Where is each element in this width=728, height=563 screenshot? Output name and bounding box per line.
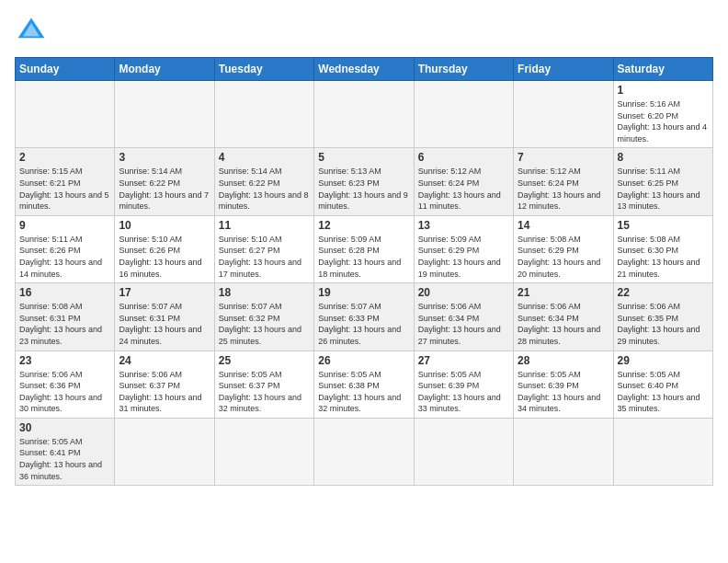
calendar-cell [414,81,513,148]
weekday-header-row: SundayMondayTuesdayWednesdayThursdayFrid… [16,58,713,81]
day-number: 15 [618,219,709,232]
calendar-cell: 23Sunrise: 5:06 AMSunset: 6:36 PMDayligh… [16,350,115,418]
day-number: 9 [19,219,110,232]
day-number: 4 [219,151,310,164]
day-number: 6 [418,151,509,164]
day-info: Sunrise: 5:10 AMSunset: 6:27 PMDaylight:… [219,234,310,280]
calendar-cell [414,418,513,485]
calendar-week-row: 30Sunrise: 5:05 AMSunset: 6:41 PMDayligh… [16,418,713,485]
calendar-cell: 5Sunrise: 5:13 AMSunset: 6:23 PMDaylight… [314,148,414,215]
day-number: 3 [119,151,210,164]
day-number: 2 [19,151,110,164]
day-info: Sunrise: 5:05 AMSunset: 6:40 PMDaylight:… [618,369,709,415]
day-number: 30 [19,421,110,434]
day-info: Sunrise: 5:06 AMSunset: 6:36 PMDaylight:… [19,369,110,415]
day-number: 29 [618,354,709,367]
calendar-cell: 13Sunrise: 5:09 AMSunset: 6:29 PMDayligh… [414,215,513,282]
day-info: Sunrise: 5:06 AMSunset: 6:34 PMDaylight:… [418,301,509,347]
day-info: Sunrise: 5:05 AMSunset: 6:37 PMDaylight:… [219,369,310,415]
day-info: Sunrise: 5:14 AMSunset: 6:22 PMDaylight:… [119,166,210,212]
calendar-cell: 15Sunrise: 5:08 AMSunset: 6:30 PMDayligh… [613,215,712,282]
day-number: 14 [518,219,609,232]
day-info: Sunrise: 5:11 AMSunset: 6:25 PMDaylight:… [618,166,709,212]
calendar-cell: 19Sunrise: 5:07 AMSunset: 6:33 PMDayligh… [314,283,414,350]
calendar-cell [115,418,214,485]
calendar-cell: 3Sunrise: 5:14 AMSunset: 6:22 PMDaylight… [115,148,214,215]
calendar-cell: 18Sunrise: 5:07 AMSunset: 6:32 PMDayligh… [214,283,313,350]
day-info: Sunrise: 5:07 AMSunset: 6:33 PMDaylight:… [318,301,409,347]
day-info: Sunrise: 5:09 AMSunset: 6:28 PMDaylight:… [318,234,409,280]
calendar-cell: 24Sunrise: 5:06 AMSunset: 6:37 PMDayligh… [115,350,214,418]
calendar-cell: 17Sunrise: 5:07 AMSunset: 6:31 PMDayligh… [115,283,214,350]
day-info: Sunrise: 5:07 AMSunset: 6:32 PMDaylight:… [219,301,310,347]
calendar-cell: 7Sunrise: 5:12 AMSunset: 6:24 PMDaylight… [514,148,613,215]
calendar-week-row: 1Sunrise: 5:16 AMSunset: 6:20 PMDaylight… [16,81,713,148]
day-info: Sunrise: 5:06 AMSunset: 6:34 PMDaylight:… [518,301,609,347]
calendar-body: 1Sunrise: 5:16 AMSunset: 6:20 PMDaylight… [16,81,713,486]
day-number: 11 [219,219,310,232]
day-info: Sunrise: 5:12 AMSunset: 6:24 PMDaylight:… [518,166,609,212]
day-number: 28 [518,354,609,367]
day-number: 26 [318,354,409,367]
day-info: Sunrise: 5:09 AMSunset: 6:29 PMDaylight:… [418,234,509,280]
calendar-cell: 16Sunrise: 5:08 AMSunset: 6:31 PMDayligh… [16,283,115,350]
calendar-cell: 20Sunrise: 5:06 AMSunset: 6:34 PMDayligh… [414,283,513,350]
calendar-cell: 29Sunrise: 5:05 AMSunset: 6:40 PMDayligh… [613,350,712,418]
weekday-header-tuesday: Tuesday [214,58,313,81]
day-number: 19 [318,286,409,299]
calendar-cell: 4Sunrise: 5:14 AMSunset: 6:22 PMDaylight… [214,148,313,215]
weekday-header-monday: Monday [115,58,214,81]
day-info: Sunrise: 5:06 AMSunset: 6:35 PMDaylight:… [618,301,709,347]
day-number: 21 [518,286,609,299]
calendar-cell: 2Sunrise: 5:15 AMSunset: 6:21 PMDaylight… [16,148,115,215]
calendar-cell [115,81,214,148]
day-number: 5 [318,151,409,164]
weekday-header-thursday: Thursday [414,58,513,81]
calendar-cell: 26Sunrise: 5:05 AMSunset: 6:38 PMDayligh… [314,350,414,418]
logo [15,15,51,48]
calendar-cell [16,81,115,148]
day-info: Sunrise: 5:10 AMSunset: 6:26 PMDaylight:… [119,234,210,280]
weekday-header-sunday: Sunday [16,58,115,81]
calendar-table: SundayMondayTuesdayWednesdayThursdayFrid… [15,57,713,486]
calendar-cell: 28Sunrise: 5:05 AMSunset: 6:39 PMDayligh… [514,350,613,418]
day-info: Sunrise: 5:12 AMSunset: 6:24 PMDaylight:… [418,166,509,212]
day-number: 16 [19,286,110,299]
day-number: 24 [119,354,210,367]
day-number: 22 [618,286,709,299]
weekday-header-friday: Friday [514,58,613,81]
day-info: Sunrise: 5:14 AMSunset: 6:22 PMDaylight:… [219,166,310,212]
calendar-cell: 6Sunrise: 5:12 AMSunset: 6:24 PMDaylight… [414,148,513,215]
day-info: Sunrise: 5:05 AMSunset: 6:39 PMDaylight:… [518,369,609,415]
day-info: Sunrise: 5:05 AMSunset: 6:38 PMDaylight:… [318,369,409,415]
calendar-cell: 22Sunrise: 5:06 AMSunset: 6:35 PMDayligh… [613,283,712,350]
day-number: 20 [418,286,509,299]
logo-icon [15,15,48,48]
calendar-cell [514,81,613,148]
calendar-cell [314,81,414,148]
weekday-header-wednesday: Wednesday [314,58,414,81]
day-info: Sunrise: 5:16 AMSunset: 6:20 PMDaylight:… [618,98,709,144]
day-number: 17 [119,286,210,299]
weekday-header-saturday: Saturday [613,58,712,81]
day-number: 23 [19,354,110,367]
day-number: 10 [119,219,210,232]
calendar-cell: 30Sunrise: 5:05 AMSunset: 6:41 PMDayligh… [16,418,115,485]
calendar-cell: 25Sunrise: 5:05 AMSunset: 6:37 PMDayligh… [214,350,313,418]
calendar-header: SundayMondayTuesdayWednesdayThursdayFrid… [16,58,713,81]
calendar-cell [314,418,414,485]
day-info: Sunrise: 5:15 AMSunset: 6:21 PMDaylight:… [19,166,110,212]
day-info: Sunrise: 5:06 AMSunset: 6:37 PMDaylight:… [119,369,210,415]
calendar-cell: 10Sunrise: 5:10 AMSunset: 6:26 PMDayligh… [115,215,214,282]
day-number: 8 [618,151,709,164]
day-number: 25 [219,354,310,367]
day-info: Sunrise: 5:07 AMSunset: 6:31 PMDaylight:… [119,301,210,347]
day-info: Sunrise: 5:08 AMSunset: 6:29 PMDaylight:… [518,234,609,280]
day-info: Sunrise: 5:08 AMSunset: 6:30 PMDaylight:… [618,234,709,280]
calendar-cell [613,418,712,485]
calendar-cell: 1Sunrise: 5:16 AMSunset: 6:20 PMDaylight… [613,81,712,148]
calendar-cell: 8Sunrise: 5:11 AMSunset: 6:25 PMDaylight… [613,148,712,215]
calendar-cell: 21Sunrise: 5:06 AMSunset: 6:34 PMDayligh… [514,283,613,350]
calendar-cell: 14Sunrise: 5:08 AMSunset: 6:29 PMDayligh… [514,215,613,282]
day-info: Sunrise: 5:08 AMSunset: 6:31 PMDaylight:… [19,301,110,347]
